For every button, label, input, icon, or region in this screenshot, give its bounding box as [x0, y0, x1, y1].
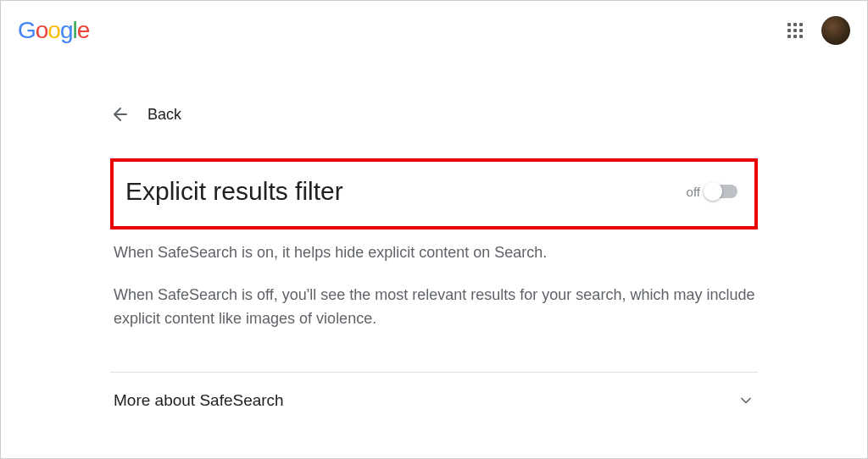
description-on: When SafeSearch is on, it helps hide exp… — [110, 241, 758, 265]
avatar[interactable] — [821, 16, 850, 45]
filter-toggle[interactable] — [705, 185, 737, 198]
expander-label: More about SafeSearch — [114, 391, 284, 410]
back-button[interactable]: Back — [110, 104, 758, 124]
explicit-filter-row: Explicit results filter off — [110, 158, 758, 230]
header-right — [784, 16, 850, 45]
filter-toggle-wrap: off — [687, 185, 737, 199]
arrow-left-icon — [110, 104, 131, 124]
google-logo[interactable]: Google — [18, 17, 89, 44]
toggle-knob — [704, 182, 722, 201]
more-about-expander[interactable]: More about SafeSearch — [110, 373, 758, 425]
toggle-state-label: off — [687, 185, 700, 199]
description-off: When SafeSearch is off, you'll see the m… — [110, 284, 758, 331]
main-content: Back Explicit results filter off When Sa… — [103, 104, 765, 425]
filter-title: Explicit results filter — [125, 177, 343, 206]
back-label: Back — [147, 106, 181, 124]
chevron-down-icon — [737, 392, 754, 409]
header: Google — [1, 1, 867, 45]
apps-icon[interactable] — [784, 19, 806, 41]
